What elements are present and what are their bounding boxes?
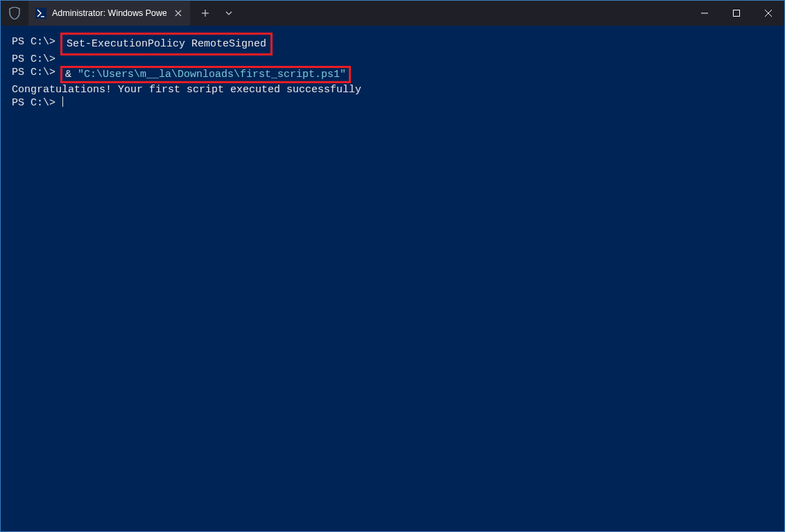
highlight-box: & "C:\Users\m__la\Downloads\first_script… [60, 66, 351, 83]
terminal-line: PS C:\> Set-ExecutionPolicy RemoteSigned [12, 35, 773, 53]
prompt: PS C:\> [12, 53, 55, 66]
command-text: "C:\Users\m__la\Downloads\first_script.p… [78, 69, 346, 80]
prompt: PS C:\> [12, 66, 62, 79]
highlight-box: Set-ExecutionPolicy RemoteSigned [60, 33, 273, 55]
active-tab[interactable]: Administrator: Windows Powe [28, 1, 190, 26]
tab-actions [190, 3, 239, 23]
close-button[interactable] [752, 1, 784, 26]
maximize-button[interactable] [721, 1, 752, 26]
tab-dropdown-button[interactable] [219, 3, 239, 23]
minimize-button[interactable] [689, 1, 721, 26]
new-tab-button[interactable] [196, 3, 215, 23]
terminal-line: Congratulations! Your first script execu… [12, 83, 773, 96]
powershell-icon [35, 8, 46, 19]
window-controls [689, 1, 784, 26]
terminal-output-area[interactable]: PS C:\> Set-ExecutionPolicy RemoteSigned… [1, 26, 784, 117]
titlebar-left: Administrator: Windows Powe [1, 1, 689, 26]
titlebar: Administrator: Windows Powe [1, 1, 784, 26]
uac-shield-area [1, 1, 28, 26]
prompt: PS C:\> [12, 96, 62, 110]
command-text: Set-ExecutionPolicy RemoteSigned [67, 38, 266, 50]
terminal-line: PS C:\> & "C:\Users\m__la\Downloads\firs… [12, 66, 773, 83]
terminal-line: PS C:\> [12, 96, 773, 110]
shield-icon [9, 7, 20, 19]
command-text: & [65, 69, 78, 80]
svg-rect-7 [734, 10, 740, 17]
tab-close-button[interactable] [172, 7, 184, 19]
output-text: Congratulations! Your first script execu… [12, 83, 361, 96]
prompt: PS C:\> [12, 35, 62, 49]
tab-title: Administrator: Windows Powe [52, 8, 166, 18]
cursor [62, 96, 63, 107]
